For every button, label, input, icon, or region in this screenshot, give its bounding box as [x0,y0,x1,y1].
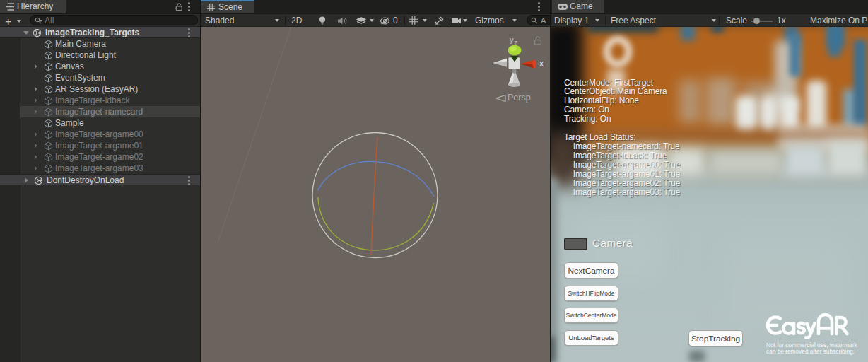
svg-text:x: x [539,59,544,69]
